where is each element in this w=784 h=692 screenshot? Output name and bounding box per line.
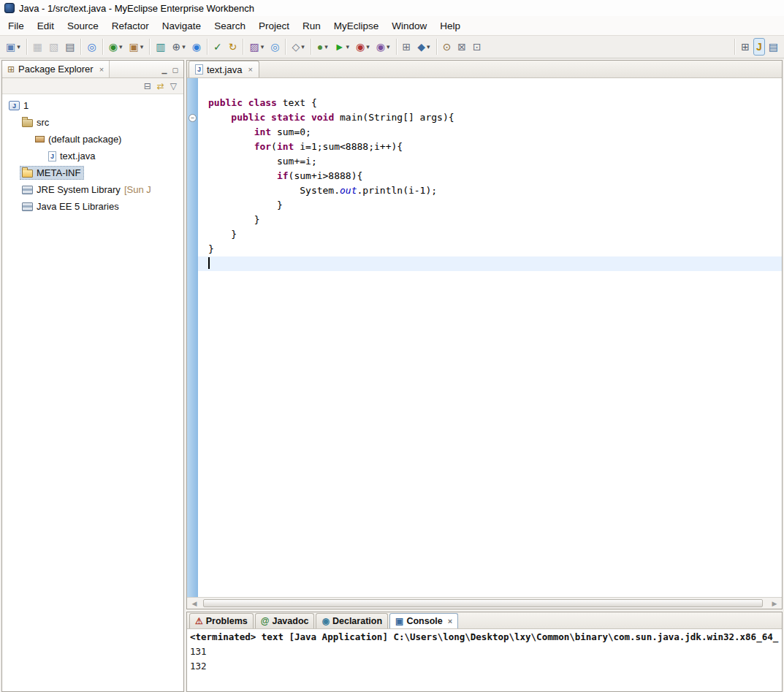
dropdown-caret-icon[interactable]: ▾ [182, 43, 186, 50]
dropdown-caret-icon[interactable]: ▾ [261, 43, 264, 50]
bottom-tab-bar: ⚠Problems@Javadoc◉Declaration▣Console× [187, 612, 782, 629]
new-web-project-button[interactable]: ▥ [153, 38, 168, 56]
code-line-1[interactable]: public class text { [198, 96, 782, 110]
debug-dropdown-button[interactable]: ●▾ [314, 38, 331, 56]
tree-item-meta-inf[interactable]: META-INF [2, 164, 183, 181]
package-explorer-view-tab[interactable]: ⊞ Package Explorer × [2, 61, 110, 77]
link-with-editor-button[interactable]: ⇄ [157, 82, 164, 91]
menu-navigate[interactable]: Navigate [156, 16, 208, 35]
scrollbar-thumb[interactable] [203, 599, 763, 607]
menu-help[interactable]: Help [433, 16, 467, 35]
tab-javadoc[interactable]: @Javadoc [255, 613, 315, 628]
dropdown-caret-icon[interactable]: ▾ [346, 43, 350, 50]
show-view-button[interactable]: ⊞ [400, 38, 414, 56]
dropdown-caret-icon[interactable]: ▾ [17, 43, 20, 50]
run-on-server-button[interactable]: ◉ [189, 38, 204, 56]
profile-dropdown-button[interactable]: ◉▾ [373, 38, 393, 56]
new-java-class-dropdown-button[interactable]: ◉▾ [106, 38, 126, 56]
menu-refactor[interactable]: Refactor [105, 16, 156, 35]
print-icon: ▤ [65, 42, 75, 52]
dropdown-caret-icon[interactable]: ▾ [427, 43, 430, 50]
text-caret [208, 257, 210, 269]
deploy-dropdown-button[interactable]: ⊕▾ [169, 38, 188, 56]
tree-item-src[interactable]: src [2, 114, 183, 131]
collapse-all-button[interactable]: ⊟ [144, 82, 151, 91]
folding-ruler[interactable]: − [187, 78, 198, 597]
tab-console[interactable]: ▣Console× [389, 613, 458, 628]
menu-run[interactable]: Run [296, 16, 327, 35]
close-icon[interactable]: × [248, 65, 252, 74]
report-preview-button[interactable]: ◎ [267, 38, 282, 56]
code-line-3[interactable]: int sum=0; [198, 125, 782, 140]
dropdown-caret-icon[interactable]: ▾ [301, 43, 305, 50]
editor-tab-text-java[interactable]: J text.java × [189, 61, 259, 77]
save-all-button[interactable]: ▧ [46, 38, 61, 56]
image-tools-button[interactable]: ⊠ [454, 38, 469, 56]
code-line-6[interactable]: if(sum+i>8888){ [198, 169, 782, 183]
fold-collapse-icon[interactable]: − [189, 114, 197, 122]
open-web-browser-icon: ◎ [87, 42, 96, 52]
menu-file[interactable]: File [1, 16, 31, 35]
package-tools-button[interactable]: ⊡ [470, 38, 484, 56]
code-line-10[interactable]: } [198, 227, 782, 242]
tree-item-jre-system-library[interactable]: JRE System Library [Sun J [2, 181, 183, 198]
tree-item-label: src [37, 117, 49, 128]
code-token: ( [271, 141, 277, 152]
menu-window[interactable]: Window [385, 16, 433, 35]
dropdown-caret-icon[interactable]: ▾ [387, 43, 390, 50]
dropdown-caret-icon[interactable]: ▾ [140, 43, 144, 50]
tree-item-text-java[interactable]: Jtext.java [2, 148, 183, 164]
menu-myeclipse[interactable]: MyEclipse [327, 16, 386, 35]
print-button[interactable]: ▤ [62, 38, 77, 56]
view-menu-button[interactable]: ▽ [170, 82, 177, 91]
code-line-8[interactable]: } [198, 198, 782, 213]
minimize-view-button[interactable]: ▁ [162, 66, 167, 74]
validate-button[interactable]: ✓ [210, 38, 225, 56]
maximize-view-button[interactable]: ▢ [172, 66, 178, 74]
java-perspective-button[interactable]: J [753, 38, 765, 56]
refresh-button[interactable]: ↻ [226, 38, 240, 56]
console-view[interactable]: <terminated> text [Java Application] C:\… [187, 629, 782, 691]
new-report-dropdown-button[interactable]: ▨▾ [246, 38, 267, 56]
console-output-line: 132 [190, 659, 779, 674]
menu-edit[interactable]: Edit [31, 16, 61, 35]
menu-project[interactable]: Project [252, 16, 296, 35]
code-line-9[interactable]: } [198, 213, 782, 227]
run-dropdown-button[interactable]: ►▾ [332, 38, 352, 56]
code-line-5[interactable]: sum+=i; [198, 154, 782, 169]
tab-problems[interactable]: ⚠Problems [189, 613, 254, 628]
tree-item-java-ee-5-libraries[interactable]: Java EE 5 Libraries [2, 198, 183, 215]
scroll-right-icon[interactable]: ▶ [769, 600, 780, 607]
open-diagram-dropdown-button[interactable]: ◇▾ [289, 38, 307, 56]
code-line-12[interactable] [198, 256, 782, 271]
open-perspective-button[interactable]: ⊞ [738, 38, 753, 56]
tree-item-default-package[interactable]: (default package) [2, 131, 183, 148]
deploy-project-button[interactable]: ⊙ [440, 38, 454, 56]
code-line-2[interactable]: public static void main(String[] args){ [198, 110, 782, 125]
open-web-browser-button[interactable]: ◎ [84, 38, 99, 56]
tree-item-project-1[interactable]: J1 [2, 97, 183, 114]
code-line-7[interactable]: System.out.println(i-1); [198, 183, 782, 198]
new-wizard-dropdown-button[interactable]: ▣▾ [3, 38, 23, 56]
java-ee-perspective-button[interactable]: ▤ [766, 38, 781, 56]
code-indent [208, 112, 231, 123]
new-java-package-dropdown-icon: ▣ [129, 42, 138, 52]
dropdown-caret-icon[interactable]: ▾ [119, 43, 123, 50]
new-server-dropdown-button[interactable]: ◆▾ [414, 38, 433, 56]
java-perspective-icon: J [756, 42, 762, 52]
tab-declaration[interactable]: ◉Declaration [316, 613, 388, 628]
code-line-11[interactable]: } [198, 242, 782, 256]
close-icon[interactable]: × [448, 617, 452, 626]
code-line-4[interactable]: for(int i=1;sum<8888;i++){ [198, 140, 782, 154]
editor-horizontal-scrollbar[interactable]: ◀ ▶ [187, 597, 782, 609]
save-button[interactable]: ▦ [30, 38, 45, 56]
scroll-left-icon[interactable]: ◀ [189, 600, 199, 607]
code-editor[interactable]: public class text { public static void m… [198, 78, 782, 597]
dropdown-caret-icon[interactable]: ▾ [324, 43, 328, 50]
dropdown-caret-icon[interactable]: ▾ [366, 43, 370, 50]
menu-search[interactable]: Search [208, 16, 252, 35]
coverage-dropdown-button[interactable]: ◉▾ [353, 38, 373, 56]
close-icon[interactable]: × [99, 65, 104, 74]
new-java-package-dropdown-button[interactable]: ▣▾ [126, 38, 146, 56]
menu-source[interactable]: Source [61, 16, 105, 35]
